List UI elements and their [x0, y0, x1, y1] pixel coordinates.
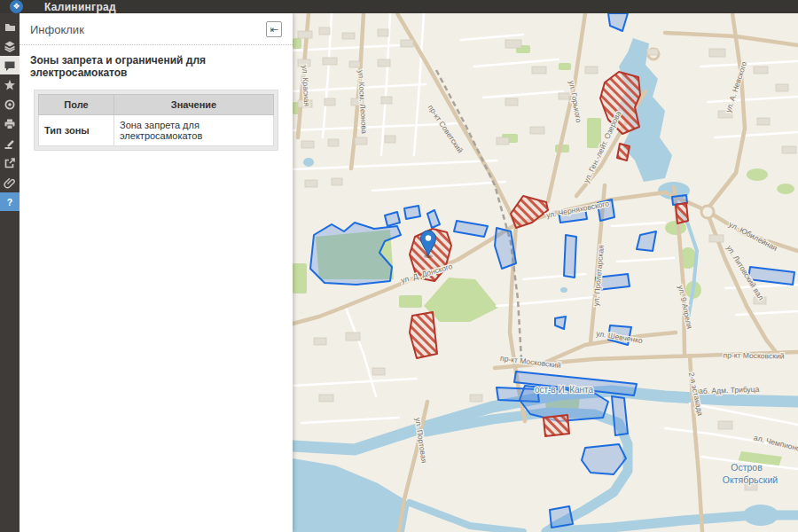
park-area	[399, 295, 422, 308]
building	[401, 40, 413, 47]
building	[378, 59, 390, 66]
building	[314, 338, 326, 345]
toolbar-attachments-button[interactable]	[0, 173, 20, 192]
building	[342, 33, 355, 39]
park-area	[293, 263, 307, 293]
toolbar: ?	[0, 13, 20, 532]
building	[757, 118, 770, 125]
water-body	[303, 158, 314, 167]
restricted-zone[interactable]	[564, 235, 576, 278]
building	[532, 66, 546, 74]
toolbar-share-button[interactable]	[0, 153, 20, 172]
water-body	[560, 287, 567, 293]
panel-title: Инфоклик	[30, 23, 84, 36]
toolbar-help-button[interactable]: ?	[0, 192, 20, 211]
building	[709, 235, 724, 242]
toolbar-print-button[interactable]	[0, 114, 20, 133]
place-label: Октябрьский	[723, 474, 778, 485]
building	[301, 141, 314, 148]
panel-back-button[interactable]: ⇤	[266, 21, 282, 37]
park-area	[559, 63, 571, 70]
roundabout	[701, 206, 714, 218]
building	[559, 93, 569, 99]
column-header-value: Значение	[114, 95, 274, 115]
field-cell: Тип зоны	[39, 115, 114, 146]
building	[349, 61, 360, 67]
building	[470, 395, 482, 402]
toolbar-measure-button[interactable]	[0, 134, 20, 153]
street-label: пр-кт Московский	[724, 350, 785, 360]
column-header-field: Поле	[39, 95, 114, 115]
measure-icon	[4, 137, 16, 150]
park-area	[293, 38, 301, 49]
restricted-zone[interactable]	[550, 506, 573, 528]
layers-icon	[4, 40, 16, 52]
building	[346, 332, 360, 340]
building	[319, 395, 333, 402]
svg-text:?: ?	[7, 197, 12, 207]
restricted-zone[interactable]	[385, 212, 400, 226]
building	[355, 137, 367, 145]
building	[328, 139, 339, 146]
restricted-zone[interactable]	[612, 396, 628, 435]
building	[378, 29, 388, 36]
building	[709, 49, 725, 57]
app-title: Калининград	[44, 1, 116, 13]
building	[505, 98, 518, 106]
attributes-table: Поле Значение Тип зоны Зона запрета для …	[34, 90, 278, 151]
app-header: ❖ Калининград	[0, 0, 798, 13]
restricted-zone[interactable]	[637, 231, 656, 251]
building	[305, 180, 317, 187]
building	[323, 58, 337, 65]
help-icon: ?	[4, 196, 16, 208]
building	[776, 84, 788, 91]
attachments-icon	[4, 176, 16, 189]
favorites-icon	[4, 79, 16, 91]
locate-icon	[4, 98, 16, 111]
panel-header: Инфоклик ⇤	[20, 13, 293, 45]
place-label: Остров	[731, 462, 763, 473]
value-cell: Зона запрета для электросамокатов	[114, 115, 274, 146]
map-canvas[interactable]: ул. Краснаяул. Косм. Леоновапр-кт Советс…	[293, 13, 798, 532]
building	[332, 178, 342, 185]
app-window: ул. Краснаяул. Косм. Леоновапр-кт Советс…	[0, 0, 798, 532]
print-icon	[4, 118, 16, 130]
toolbar-infoclick-button[interactable]	[0, 56, 20, 74]
toolbar-locate-button[interactable]	[0, 95, 20, 113]
building	[372, 368, 385, 375]
building	[585, 66, 598, 74]
building	[319, 27, 330, 35]
prohibited-zone[interactable]	[544, 415, 569, 436]
building	[505, 40, 521, 48]
building	[647, 49, 658, 55]
place-label: ост-в И. Канта	[535, 385, 594, 395]
restricted-zone[interactable]	[404, 206, 420, 219]
table-row: Тип зоны Зона запрета для электросамокат…	[39, 115, 274, 146]
toolbar-folder-button[interactable]	[0, 17, 20, 35]
app-logo-icon: ❖	[10, 0, 23, 13]
share-icon	[4, 157, 16, 169]
prohibited-zone[interactable]	[617, 144, 630, 160]
park-area	[747, 168, 768, 181]
building	[385, 136, 395, 143]
table-header-row: Поле Значение	[39, 95, 274, 115]
building	[754, 66, 768, 74]
prohibited-zone[interactable]	[676, 203, 688, 223]
folder-icon	[4, 20, 16, 33]
toolbar-favorites-button[interactable]	[0, 75, 20, 94]
building	[782, 146, 796, 153]
toolbar-layers-button[interactable]	[0, 36, 20, 55]
infoclick-panel: Инфоклик ⇤ Зоны запрета и ограничений дл…	[20, 13, 293, 532]
building	[530, 127, 544, 134]
building	[298, 31, 312, 38]
building	[381, 97, 392, 104]
infoclick-icon	[4, 59, 16, 72]
park-area	[777, 184, 794, 194]
building	[497, 137, 509, 145]
building	[718, 421, 732, 429]
layer-title: Зоны запрета и ограничений для электроса…	[20, 45, 293, 86]
building	[325, 98, 335, 106]
